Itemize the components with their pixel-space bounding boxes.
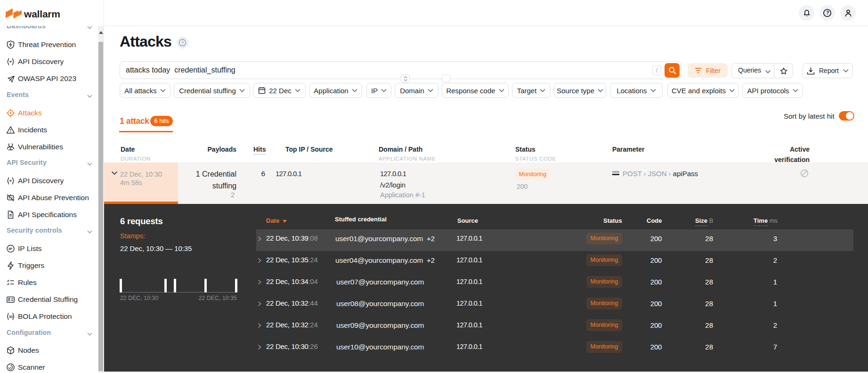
svg-text:?: ? xyxy=(826,10,829,16)
svg-text:?: ? xyxy=(181,40,184,45)
svg-text:ID: ID xyxy=(9,315,13,319)
svg-text:IP: IP xyxy=(8,247,12,251)
